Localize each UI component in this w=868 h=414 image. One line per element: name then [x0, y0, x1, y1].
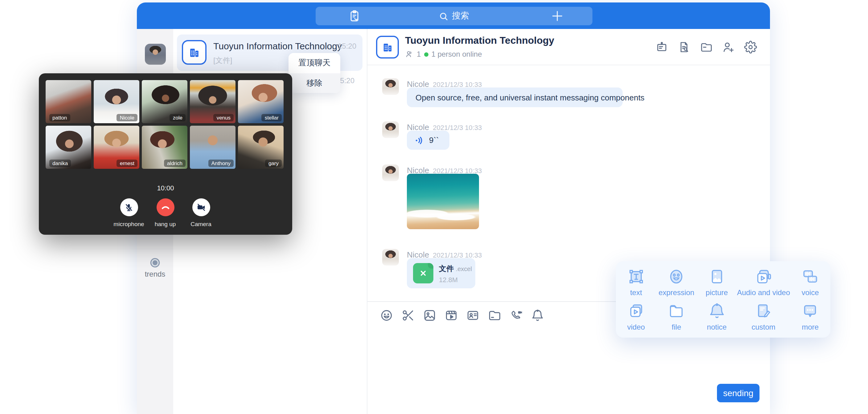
screen: 搜索 trends Tuoy [0, 0, 868, 414]
mic-muted-icon[interactable] [120, 198, 138, 216]
popup-item-audio-video[interactable]: Audio and video [737, 265, 790, 299]
contact-card-icon[interactable] [466, 309, 479, 322]
camera-muted-icon[interactable] [192, 198, 210, 216]
video-tile: gary [238, 126, 284, 169]
message-text: Open source, free, and universal instant… [415, 93, 645, 102]
folder-icon[interactable] [488, 309, 501, 322]
file-info: 文件 .excel 12.8M [439, 263, 472, 283]
participant-name: patton [49, 114, 70, 121]
video-icon[interactable] [444, 309, 458, 322]
participant-name: aldrich [164, 160, 186, 167]
group-building-icon [376, 36, 399, 59]
menu-item-remove[interactable]: 移除 [288, 73, 340, 93]
popup-label: file [672, 323, 681, 331]
participant-name: Nicole [117, 114, 137, 121]
text-icon [627, 267, 645, 286]
message-time: 2021/12/3 10:33 [433, 251, 482, 259]
emoji-icon[interactable] [380, 309, 393, 322]
popup-item-voice[interactable]: voice [790, 265, 830, 299]
image-icon[interactable] [423, 309, 436, 322]
video-tile: zole [142, 80, 187, 123]
control-label: hang up [147, 221, 184, 227]
message-search-icon[interactable] [678, 41, 690, 54]
my-avatar[interactable] [145, 44, 166, 65]
search-placeholder: 搜索 [452, 10, 469, 22]
popup-item-picture[interactable]: picture [696, 265, 737, 299]
popup-item-video[interactable]: video [616, 299, 656, 334]
popup-item-expression[interactable]: expression [656, 265, 696, 299]
microphone-control[interactable]: microphone [110, 198, 147, 227]
video-tile: Nicole [94, 80, 139, 123]
top-bar: 搜索 [137, 2, 770, 29]
chat-title: Tuoyun Information Technology [405, 35, 554, 46]
voice-duration: 9`` [429, 135, 439, 145]
participant-name: zole [170, 114, 186, 121]
hangup-icon[interactable] [156, 198, 174, 216]
control-label: microphone [110, 221, 147, 227]
popup-label: notice [707, 323, 726, 331]
conversation-time: 15:20 [338, 42, 356, 51]
video-tile: patton [45, 80, 91, 123]
popup-label: custom [751, 323, 775, 331]
file-message[interactable]: 文件 .excel 12.8M [407, 258, 475, 288]
member-count: 1 [417, 50, 421, 59]
send-button[interactable]: sending [717, 384, 760, 402]
video-msg-icon [627, 302, 645, 320]
image-message[interactable] [407, 174, 479, 229]
video-call-panel: patton Nicole zole venus stellar danika … [39, 73, 292, 235]
header-actions [655, 41, 757, 54]
voice-message[interactable]: 9`` [407, 131, 450, 150]
camera-control[interactable]: Camera [183, 198, 219, 227]
chat-subtitle: 1 1 person online [405, 50, 482, 59]
popup-item-text[interactable]: text [616, 265, 656, 299]
video-call-icon[interactable] [509, 309, 523, 322]
message-time: 2021/12/3 10:33 [433, 81, 482, 88]
file-size: 12.8M [439, 276, 472, 283]
message-time: 2021/12/3 10:33 [433, 124, 482, 131]
hangup-control[interactable]: hang up [147, 198, 184, 227]
context-menu: 置顶聊天 移除 [288, 53, 340, 93]
file-name: 文件 [439, 264, 454, 273]
avatar[interactable] [382, 121, 399, 138]
search-bar[interactable]: 搜索 [316, 7, 592, 25]
menu-item-pin-chat[interactable]: 置顶聊天 [288, 53, 340, 73]
call-timer: 10:00 [39, 184, 292, 192]
trends-icon[interactable] [148, 256, 162, 270]
online-dot [424, 52, 428, 56]
voice-icon [801, 267, 819, 286]
video-tile: ernest [94, 126, 139, 169]
notice-board-icon[interactable] [655, 41, 668, 54]
participant-name: ernest [117, 160, 137, 167]
contact-notes-icon[interactable] [348, 9, 361, 23]
video-tile: Anthony [190, 126, 236, 169]
popup-item-file[interactable]: file [656, 299, 696, 334]
popup-label: voice [802, 288, 819, 297]
popup-label: expression [658, 288, 694, 297]
avatar[interactable] [382, 249, 399, 265]
members-icon [405, 50, 414, 59]
video-tile: venus [190, 80, 236, 123]
file-store-icon[interactable] [700, 41, 713, 54]
add-member-icon[interactable] [722, 41, 735, 54]
popup-item-notice[interactable]: notice [696, 299, 737, 334]
video-tile: stellar [238, 80, 284, 123]
avatar[interactable] [382, 78, 399, 95]
popup-label: picture [706, 288, 728, 297]
text-message[interactable]: Open source, free, and universal instant… [407, 88, 623, 107]
avatar[interactable] [382, 164, 399, 181]
settings-icon[interactable] [744, 41, 757, 54]
conversation-title: Tuoyun Information Technology [213, 41, 337, 51]
popup-item-custom[interactable]: custom [737, 299, 790, 334]
video-tile: aldrich [142, 126, 187, 169]
popup-label: video [627, 323, 645, 331]
notice-bell-icon[interactable] [531, 309, 544, 322]
participant-name: Anthony [208, 160, 234, 167]
input-toolbar [380, 309, 544, 322]
plus-icon[interactable] [551, 9, 564, 23]
participant-name: stellar [262, 114, 282, 121]
picture-icon [707, 267, 726, 286]
popup-item-more[interactable]: more [790, 299, 830, 334]
screenshot-icon[interactable] [401, 309, 415, 322]
popup-label: Audio and video [737, 288, 790, 297]
participant-name: gary [266, 160, 282, 167]
